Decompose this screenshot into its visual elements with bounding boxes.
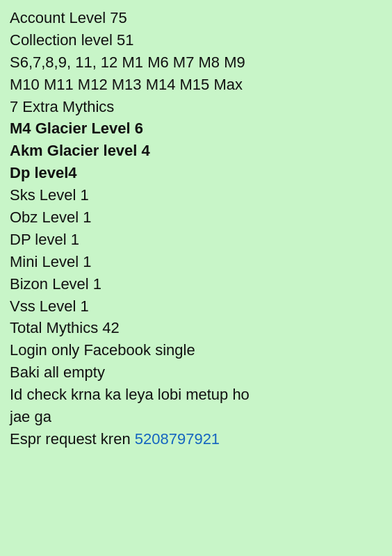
mini-level: Mini Level 1 [10, 251, 382, 273]
dp-level4: Dp level4 [10, 162, 382, 184]
phone-link[interactable]: 5208797921 [135, 430, 220, 448]
m4-glacier: M4 Glacier Level 6 [10, 117, 382, 140]
collection-level: Collection level 51 [10, 29, 382, 51]
skins-list-2: M10 M11 M12 M13 M14 M15 Max [10, 74, 382, 96]
extra-mythics: 7 Extra Mythics [10, 96, 382, 118]
obz-level: Obz Level 1 [10, 206, 382, 229]
account-level: Account Level 75 [10, 7, 382, 29]
login-info: Login only Facebook single [10, 339, 382, 361]
main-content: Account Level 75Collection level 51S6,7,… [10, 7, 382, 450]
sks-level: Sks Level 1 [10, 184, 382, 206]
id-check-line2: jae ga [10, 406, 382, 428]
vss-level: Vss Level 1 [10, 295, 382, 318]
skins-list: S6,7,8,9, 11, 12 M1 M6 M7 M8 M9 [10, 51, 382, 74]
dp-level1: DP level 1 [10, 229, 382, 251]
total-mythics: Total Mythics 42 [10, 317, 382, 339]
bizon-level: Bizon Level 1 [10, 273, 382, 295]
espr-prefix: Espr request kren 5208797921 [10, 428, 382, 450]
akm-glacier: Akm Glacier level 4 [10, 140, 382, 162]
id-check-line1: Id check krna ka leya lobi metup ho [10, 384, 382, 406]
baki-info: Baki all empty [10, 361, 382, 384]
